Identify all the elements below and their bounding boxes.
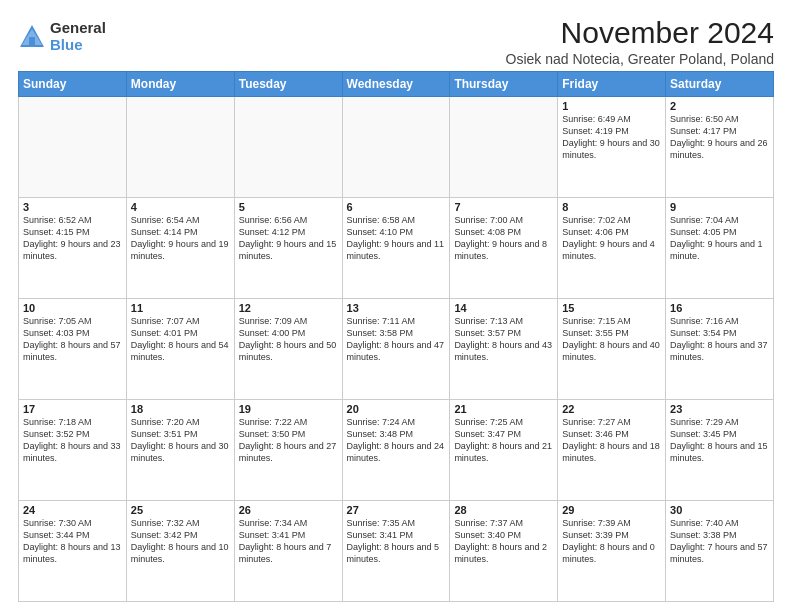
day-info: Sunrise: 6:56 AM Sunset: 4:12 PM Dayligh… — [239, 214, 338, 263]
day-number: 25 — [131, 504, 230, 516]
day-number: 6 — [347, 201, 446, 213]
calendar-cell: 9Sunrise: 7:04 AM Sunset: 4:05 PM Daylig… — [666, 198, 774, 299]
calendar-cell: 5Sunrise: 6:56 AM Sunset: 4:12 PM Daylig… — [234, 198, 342, 299]
col-saturday: Saturday — [666, 72, 774, 97]
day-number: 21 — [454, 403, 553, 415]
calendar-cell: 17Sunrise: 7:18 AM Sunset: 3:52 PM Dayli… — [19, 400, 127, 501]
day-number: 29 — [562, 504, 661, 516]
calendar-cell: 14Sunrise: 7:13 AM Sunset: 3:57 PM Dayli… — [450, 299, 558, 400]
calendar-cell: 2Sunrise: 6:50 AM Sunset: 4:17 PM Daylig… — [666, 97, 774, 198]
day-number: 20 — [347, 403, 446, 415]
day-info: Sunrise: 7:37 AM Sunset: 3:40 PM Dayligh… — [454, 517, 553, 566]
logo-general-text: General — [50, 20, 106, 37]
calendar-header: Sunday Monday Tuesday Wednesday Thursday… — [19, 72, 774, 97]
day-number: 9 — [670, 201, 769, 213]
col-thursday: Thursday — [450, 72, 558, 97]
day-number: 30 — [670, 504, 769, 516]
day-number: 8 — [562, 201, 661, 213]
day-info: Sunrise: 7:20 AM Sunset: 3:51 PM Dayligh… — [131, 416, 230, 465]
day-number: 23 — [670, 403, 769, 415]
day-info: Sunrise: 7:13 AM Sunset: 3:57 PM Dayligh… — [454, 315, 553, 364]
calendar-cell: 16Sunrise: 7:16 AM Sunset: 3:54 PM Dayli… — [666, 299, 774, 400]
day-number: 7 — [454, 201, 553, 213]
calendar-week-3: 10Sunrise: 7:05 AM Sunset: 4:03 PM Dayli… — [19, 299, 774, 400]
day-info: Sunrise: 7:35 AM Sunset: 3:41 PM Dayligh… — [347, 517, 446, 566]
day-info: Sunrise: 6:52 AM Sunset: 4:15 PM Dayligh… — [23, 214, 122, 263]
calendar-cell: 12Sunrise: 7:09 AM Sunset: 4:00 PM Dayli… — [234, 299, 342, 400]
logo-text: General Blue — [50, 20, 106, 53]
col-wednesday: Wednesday — [342, 72, 450, 97]
location-title: Osiek nad Notecia, Greater Poland, Polan… — [506, 51, 775, 67]
calendar-cell: 30Sunrise: 7:40 AM Sunset: 3:38 PM Dayli… — [666, 501, 774, 602]
calendar-cell: 19Sunrise: 7:22 AM Sunset: 3:50 PM Dayli… — [234, 400, 342, 501]
day-info: Sunrise: 7:16 AM Sunset: 3:54 PM Dayligh… — [670, 315, 769, 364]
day-info: Sunrise: 7:24 AM Sunset: 3:48 PM Dayligh… — [347, 416, 446, 465]
calendar-cell: 28Sunrise: 7:37 AM Sunset: 3:40 PM Dayli… — [450, 501, 558, 602]
calendar-cell: 6Sunrise: 6:58 AM Sunset: 4:10 PM Daylig… — [342, 198, 450, 299]
calendar-cell: 8Sunrise: 7:02 AM Sunset: 4:06 PM Daylig… — [558, 198, 666, 299]
day-info: Sunrise: 6:58 AM Sunset: 4:10 PM Dayligh… — [347, 214, 446, 263]
day-number: 3 — [23, 201, 122, 213]
calendar-cell: 1Sunrise: 6:49 AM Sunset: 4:19 PM Daylig… — [558, 97, 666, 198]
day-number: 10 — [23, 302, 122, 314]
day-number: 28 — [454, 504, 553, 516]
col-tuesday: Tuesday — [234, 72, 342, 97]
col-friday: Friday — [558, 72, 666, 97]
calendar-week-1: 1Sunrise: 6:49 AM Sunset: 4:19 PM Daylig… — [19, 97, 774, 198]
day-number: 1 — [562, 100, 661, 112]
day-info: Sunrise: 7:09 AM Sunset: 4:00 PM Dayligh… — [239, 315, 338, 364]
calendar-cell: 20Sunrise: 7:24 AM Sunset: 3:48 PM Dayli… — [342, 400, 450, 501]
header-row: Sunday Monday Tuesday Wednesday Thursday… — [19, 72, 774, 97]
day-info: Sunrise: 7:29 AM Sunset: 3:45 PM Dayligh… — [670, 416, 769, 465]
day-number: 4 — [131, 201, 230, 213]
month-title: November 2024 — [506, 16, 775, 49]
day-number: 26 — [239, 504, 338, 516]
day-number: 5 — [239, 201, 338, 213]
day-info: Sunrise: 7:34 AM Sunset: 3:41 PM Dayligh… — [239, 517, 338, 566]
day-info: Sunrise: 7:15 AM Sunset: 3:55 PM Dayligh… — [562, 315, 661, 364]
calendar-cell: 3Sunrise: 6:52 AM Sunset: 4:15 PM Daylig… — [19, 198, 127, 299]
calendar-cell: 23Sunrise: 7:29 AM Sunset: 3:45 PM Dayli… — [666, 400, 774, 501]
day-number: 18 — [131, 403, 230, 415]
day-info: Sunrise: 7:07 AM Sunset: 4:01 PM Dayligh… — [131, 315, 230, 364]
day-info: Sunrise: 7:39 AM Sunset: 3:39 PM Dayligh… — [562, 517, 661, 566]
day-info: Sunrise: 7:18 AM Sunset: 3:52 PM Dayligh… — [23, 416, 122, 465]
calendar-cell — [19, 97, 127, 198]
day-info: Sunrise: 7:32 AM Sunset: 3:42 PM Dayligh… — [131, 517, 230, 566]
calendar-cell: 25Sunrise: 7:32 AM Sunset: 3:42 PM Dayli… — [126, 501, 234, 602]
calendar-cell: 29Sunrise: 7:39 AM Sunset: 3:39 PM Dayli… — [558, 501, 666, 602]
title-block: November 2024 Osiek nad Notecia, Greater… — [506, 16, 775, 67]
day-number: 22 — [562, 403, 661, 415]
day-info: Sunrise: 7:40 AM Sunset: 3:38 PM Dayligh… — [670, 517, 769, 566]
calendar-cell: 27Sunrise: 7:35 AM Sunset: 3:41 PM Dayli… — [342, 501, 450, 602]
calendar-cell: 7Sunrise: 7:00 AM Sunset: 4:08 PM Daylig… — [450, 198, 558, 299]
calendar-cell: 24Sunrise: 7:30 AM Sunset: 3:44 PM Dayli… — [19, 501, 127, 602]
day-number: 12 — [239, 302, 338, 314]
day-number: 19 — [239, 403, 338, 415]
day-number: 16 — [670, 302, 769, 314]
header: General Blue November 2024 Osiek nad Not… — [18, 16, 774, 67]
calendar-cell: 15Sunrise: 7:15 AM Sunset: 3:55 PM Dayli… — [558, 299, 666, 400]
calendar-cell — [126, 97, 234, 198]
day-info: Sunrise: 7:02 AM Sunset: 4:06 PM Dayligh… — [562, 214, 661, 263]
page: General Blue November 2024 Osiek nad Not… — [0, 0, 792, 612]
day-info: Sunrise: 6:50 AM Sunset: 4:17 PM Dayligh… — [670, 113, 769, 162]
calendar-cell: 11Sunrise: 7:07 AM Sunset: 4:01 PM Dayli… — [126, 299, 234, 400]
day-number: 11 — [131, 302, 230, 314]
day-number: 27 — [347, 504, 446, 516]
col-monday: Monday — [126, 72, 234, 97]
col-sunday: Sunday — [19, 72, 127, 97]
day-info: Sunrise: 7:27 AM Sunset: 3:46 PM Dayligh… — [562, 416, 661, 465]
calendar-cell: 26Sunrise: 7:34 AM Sunset: 3:41 PM Dayli… — [234, 501, 342, 602]
day-info: Sunrise: 6:54 AM Sunset: 4:14 PM Dayligh… — [131, 214, 230, 263]
calendar-week-2: 3Sunrise: 6:52 AM Sunset: 4:15 PM Daylig… — [19, 198, 774, 299]
day-info: Sunrise: 7:00 AM Sunset: 4:08 PM Dayligh… — [454, 214, 553, 263]
calendar-cell: 4Sunrise: 6:54 AM Sunset: 4:14 PM Daylig… — [126, 198, 234, 299]
logo-icon — [18, 23, 46, 51]
calendar-cell: 21Sunrise: 7:25 AM Sunset: 3:47 PM Dayli… — [450, 400, 558, 501]
day-info: Sunrise: 7:22 AM Sunset: 3:50 PM Dayligh… — [239, 416, 338, 465]
calendar-week-5: 24Sunrise: 7:30 AM Sunset: 3:44 PM Dayli… — [19, 501, 774, 602]
day-number: 2 — [670, 100, 769, 112]
logo: General Blue — [18, 20, 106, 53]
day-info: Sunrise: 7:05 AM Sunset: 4:03 PM Dayligh… — [23, 315, 122, 364]
